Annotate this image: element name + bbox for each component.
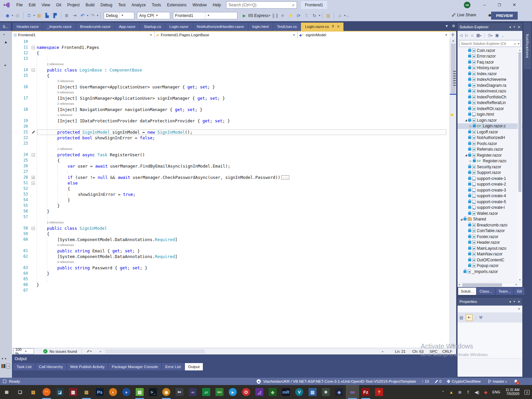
search-dropdown-icon[interactable]: ▾ bbox=[517, 42, 520, 45]
taskbar-blender-icon[interactable]: ◗ bbox=[106, 385, 120, 399]
fold-margin[interactable]: − bbox=[31, 152, 37, 158]
action-center-icon[interactable]: ☰ bbox=[522, 390, 532, 395]
code-line[interactable]: 13 bbox=[12, 56, 450, 62]
taskbar-folder-icon[interactable]: ▤ bbox=[80, 385, 93, 399]
account-avatar[interactable]: VE bbox=[464, 2, 470, 8]
codelens-references[interactable]: 1 reference bbox=[57, 112, 72, 118]
code-line[interactable]: 11−namespace Frontend1.Pages bbox=[12, 45, 450, 50]
tree-item[interactable]: IndexDiagram.ra bbox=[458, 82, 522, 88]
run-target-label[interactable]: IIS Express bbox=[248, 13, 269, 18]
code-line[interactable]: 19 [Inject] IDataProtectionProvider data… bbox=[12, 118, 450, 124]
fold-collapse-icon[interactable]: − bbox=[32, 153, 35, 157]
eol-indicator[interactable]: CRLF bbox=[442, 349, 456, 353]
preview-button[interactable]: PREVIEW bbox=[491, 12, 518, 20]
code-line[interactable]: 26 var user = await userManager.FindByEm… bbox=[12, 163, 450, 169]
indent-icon[interactable]: ⇥ bbox=[72, 13, 78, 18]
codelens-references[interactable]: 2 references bbox=[47, 220, 64, 225]
space-mode-indicator[interactable]: SPC bbox=[430, 349, 442, 353]
tree-item[interactable]: support-create-l bbox=[458, 205, 522, 211]
tree-item[interactable]: Error.razor bbox=[458, 54, 522, 60]
taskbar-photos-icon[interactable]: ◪ bbox=[53, 385, 66, 399]
tree-item[interactable]: History.razor bbox=[458, 65, 522, 71]
fold-margin[interactable]: − bbox=[31, 45, 37, 50]
fold-collapse-icon[interactable]: − bbox=[32, 68, 35, 72]
object-selector-combo[interactable]: ▼ bbox=[458, 306, 522, 313]
navigate-back-icon[interactable]: ◉ bbox=[5, 13, 11, 18]
breadcrumb-member[interactable]: ◆★ signInModel▼ bbox=[298, 32, 450, 38]
taskbar-photoshop-icon[interactable]: Ps bbox=[93, 385, 106, 399]
taskbar-blue-app-icon[interactable]: ● bbox=[120, 385, 133, 399]
tree-item[interactable]: ◢Login.razor bbox=[458, 117, 522, 123]
expand-arrow-icon[interactable]: ▸ bbox=[5, 63, 6, 67]
code-line[interactable]: 3 references bbox=[12, 78, 450, 84]
taskbar-media-app-icon[interactable]: ▥ bbox=[66, 385, 80, 399]
codelens-references[interactable]: 3 references bbox=[57, 78, 74, 84]
code-line[interactable]: 5 references bbox=[12, 242, 450, 248]
tree-item[interactable]: Referrals.razor bbox=[458, 147, 522, 153]
output-panel-title[interactable]: Output bbox=[12, 354, 456, 363]
codelens-references[interactable]: 2 references bbox=[57, 101, 74, 107]
taskbar-flake-app-icon[interactable]: ✳ bbox=[319, 385, 332, 399]
menu-extensions[interactable]: Extensions bbox=[164, 0, 190, 10]
code-line[interactable]: 51− else bbox=[12, 180, 450, 186]
properties-title-bar[interactable]: Properties ▾ ⌖ ✕ bbox=[458, 298, 522, 306]
redo-icon[interactable]: ↷ bbox=[90, 13, 96, 19]
taskbar-maps-icon[interactable]: ◈ bbox=[266, 385, 279, 399]
code-line[interactable]: 63 public string Password { get; set; } bbox=[12, 265, 450, 271]
tree-item[interactable]: IndexPortfolioCh bbox=[458, 94, 522, 100]
taskbar-calendar-icon[interactable]: 321 bbox=[213, 385, 226, 399]
code-line[interactable]: 2 references bbox=[12, 220, 450, 225]
taskbar-clock[interactable]: 11:31 AM 7/5/2020 bbox=[503, 388, 522, 396]
taskbar-link-app-icon[interactable]: ▱ bbox=[200, 385, 213, 399]
code-line[interactable]: 1 reference bbox=[12, 146, 450, 152]
tree-item[interactable]: ◢Register.razor bbox=[458, 152, 522, 158]
menu-test[interactable]: Test bbox=[115, 0, 129, 10]
browser-link-icon[interactable]: ⌂ bbox=[337, 13, 343, 18]
new-file-icon[interactable]: 🗋 bbox=[26, 13, 32, 18]
doc-tab[interactable]: Header.razor bbox=[13, 23, 43, 31]
collapsed-arrow-icon[interactable]: ▷ bbox=[469, 125, 472, 128]
doc-tab[interactable]: Login.razor.cs× bbox=[301, 23, 343, 31]
doc-tab[interactable]: App.razor bbox=[115, 23, 140, 31]
collapsed-region-box[interactable]: ... bbox=[281, 175, 289, 180]
menu-edit[interactable]: Edit bbox=[26, 0, 39, 10]
search-icon[interactable]: ⌕ bbox=[290, 2, 297, 8]
tree-item[interactable]: login.html bbox=[458, 112, 522, 118]
browser-link-dropdown[interactable]: ▾ bbox=[344, 14, 345, 17]
pin-icon[interactable]: ⌖ bbox=[513, 300, 515, 304]
switch-views-icon[interactable]: ▦▾ bbox=[476, 33, 481, 38]
tree-item[interactable]: support-create-1 bbox=[458, 176, 522, 182]
tree-item[interactable]: ▷C#Login.razor.c bbox=[458, 123, 522, 129]
code-line[interactable]: 25 { bbox=[12, 158, 450, 163]
code-line[interactable]: 1 reference bbox=[12, 112, 450, 118]
solution-search-input[interactable] bbox=[460, 42, 513, 46]
platform-combo[interactable]: Any CPU▼ bbox=[137, 12, 170, 19]
tree-horizontal-scrollbar[interactable]: ◂ ▸ bbox=[458, 282, 522, 287]
scroll-down-icon[interactable]: ▼ bbox=[450, 344, 457, 347]
attach-icon[interactable]: ▨ bbox=[325, 13, 331, 18]
quick-search[interactable]: ⌕ bbox=[226, 1, 297, 9]
tree-item[interactable]: NotAuthorizedH bbox=[458, 135, 522, 141]
tree-item[interactable]: Header.razor bbox=[458, 240, 522, 246]
code-line[interactable]: 53 showSignInError = true; bbox=[12, 192, 450, 197]
bottom-tab-error-list[interactable]: Error List bbox=[162, 363, 184, 370]
code-line[interactable]: 55 } bbox=[12, 203, 450, 208]
tray-shield-icon[interactable]: ⇑ bbox=[464, 390, 472, 395]
doc-tab[interactable]: _Imports.razor bbox=[43, 23, 75, 31]
taskbar-v-app-icon[interactable]: V bbox=[293, 385, 306, 399]
tree-item[interactable]: support-create-2 bbox=[458, 182, 522, 188]
tree-item[interactable]: OutOfContentC bbox=[458, 257, 522, 263]
refresh-dropdown[interactable]: ▾ bbox=[319, 14, 320, 17]
taskbar-file-explorer-icon[interactable]: ▤ bbox=[27, 385, 40, 399]
doc-tab[interactable]: NotAuthorizedHandler.razor bbox=[193, 23, 248, 31]
alphabetical-sort-icon[interactable]: A↓ bbox=[466, 314, 472, 321]
hscroll-left-icon[interactable]: ◂ bbox=[99, 349, 101, 353]
taskbar-start-icon[interactable]: ⊞ bbox=[0, 385, 13, 399]
tree-item[interactable]: IndexRefferalLin bbox=[458, 100, 522, 106]
tray-warning-icon[interactable]: ▲ bbox=[447, 390, 456, 395]
new-file-dropdown[interactable]: ▾ bbox=[34, 14, 35, 17]
tree-item[interactable]: support-create-3 bbox=[458, 187, 522, 193]
tray-chevron-icon[interactable]: ⌃ bbox=[439, 390, 447, 394]
codelens-references[interactable]: 0 references bbox=[57, 90, 74, 95]
close-icon[interactable]: ✕ bbox=[518, 300, 520, 304]
